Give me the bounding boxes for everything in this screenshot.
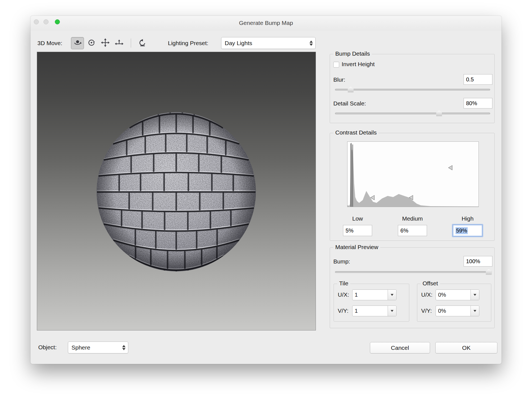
reset-view-icon bbox=[138, 38, 147, 48]
detail-scale-slider-track[interactable] bbox=[335, 113, 490, 114]
toolbar-divider bbox=[131, 38, 131, 48]
contrast-medium-input[interactable] bbox=[398, 225, 427, 236]
detail-scale-slider[interactable] bbox=[335, 110, 490, 117]
bump-details-group: Bump Details Invert Height Blur: Detail … bbox=[330, 54, 495, 123]
popup-stepper-icon bbox=[310, 40, 313, 46]
tile-vy-value: 1 bbox=[352, 308, 388, 314]
bump-details-title: Bump Details bbox=[333, 50, 372, 57]
offset-ux-label: U/X: bbox=[421, 291, 433, 298]
tile-ux-value: 1 bbox=[352, 292, 388, 298]
contrast-low-label: Low bbox=[343, 215, 372, 222]
tile-vy-dropdown-button[interactable] bbox=[388, 306, 396, 316]
rotate-camera-tool-button[interactable] bbox=[71, 37, 84, 49]
object-dropdown[interactable]: Sphere bbox=[68, 342, 128, 353]
chevron-down-icon bbox=[391, 294, 393, 296]
contrast-high-input[interactable]: 59% bbox=[453, 225, 482, 236]
contrast-details-group: Contrast Details Low Medium High 59% bbox=[330, 133, 495, 241]
3d-preview-canvas[interactable] bbox=[37, 52, 316, 330]
offset-vy-combo[interactable]: 0% bbox=[436, 306, 479, 316]
pan-camera-icon bbox=[101, 38, 110, 48]
contrast-high-marker[interactable] bbox=[448, 165, 453, 170]
3d-move-label: 3D Move: bbox=[37, 38, 62, 49]
detail-scale-label: Detail Scale: bbox=[333, 100, 366, 107]
contrast-medium-marker[interactable] bbox=[409, 195, 413, 200]
title-bar[interactable]: Generate Bump Map bbox=[30, 16, 502, 31]
material-preview-group: Material Preview Bump: Tile U/X: 1 V/Y: … bbox=[330, 247, 495, 328]
detail-scale-slider-thumb[interactable] bbox=[436, 110, 442, 116]
contrast-histogram[interactable] bbox=[347, 141, 479, 207]
roll-camera-tool-button[interactable] bbox=[85, 37, 98, 49]
offset-vy-value: 0% bbox=[436, 308, 470, 314]
object-label: Object: bbox=[38, 344, 57, 351]
offset-vy-label: V/Y: bbox=[421, 307, 432, 314]
lighting-preset-label: Lighting Preset: bbox=[168, 38, 208, 49]
offset-vy-dropdown-button[interactable] bbox=[470, 306, 479, 316]
tile-title: Tile bbox=[337, 280, 350, 287]
offset-ux-combo[interactable]: 0% bbox=[436, 289, 479, 300]
invert-height-label: Invert Height bbox=[342, 61, 375, 68]
lighting-preset-dropdown[interactable]: Day Lights bbox=[221, 37, 316, 49]
blur-slider-thumb[interactable] bbox=[348, 87, 354, 92]
popup-stepper-icon bbox=[122, 345, 126, 350]
chevron-down-icon bbox=[474, 294, 476, 296]
window-title: Generate Bump Map bbox=[30, 20, 502, 26]
screen: Generate Bump Map 3D Move: bbox=[0, 0, 532, 406]
contrast-medium-label: Medium bbox=[398, 215, 427, 222]
bump-preview-sphere bbox=[37, 52, 316, 330]
roll-camera-icon bbox=[87, 38, 96, 48]
tile-ux-label: U/X: bbox=[338, 291, 349, 298]
rotate-camera-icon bbox=[73, 38, 82, 48]
chevron-down-icon bbox=[474, 310, 476, 312]
bump-label: Bump: bbox=[333, 258, 350, 265]
ok-button[interactable]: OK bbox=[435, 342, 497, 353]
generate-bump-map-dialog: Generate Bump Map 3D Move: bbox=[30, 16, 502, 364]
pan-camera-tool-button[interactable] bbox=[99, 37, 112, 49]
contrast-high-selected-text: 59% bbox=[456, 227, 468, 234]
bump-slider-thumb[interactable] bbox=[486, 269, 492, 275]
object-value: Sphere bbox=[71, 344, 90, 351]
tile-vy-label: V/Y: bbox=[338, 307, 349, 314]
contrast-low-input[interactable] bbox=[343, 225, 372, 236]
offset-ux-dropdown-button[interactable] bbox=[470, 290, 479, 300]
tile-ux-combo[interactable]: 1 bbox=[352, 289, 397, 300]
lighting-preset-value: Day Lights bbox=[225, 40, 252, 46]
bump-value-input[interactable] bbox=[464, 256, 492, 267]
detail-scale-value-input[interactable] bbox=[464, 98, 492, 108]
contrast-high-label: High bbox=[453, 215, 482, 222]
bump-slider[interactable] bbox=[335, 269, 490, 275]
contrast-low-marker[interactable] bbox=[370, 195, 375, 200]
material-preview-title: Material Preview bbox=[333, 244, 380, 250]
offset-title: Offset bbox=[421, 280, 440, 287]
offset-ux-value: 0% bbox=[436, 292, 470, 298]
offset-group: Offset U/X: 0% V/Y: 0% bbox=[417, 284, 491, 322]
blur-slider[interactable] bbox=[335, 86, 490, 93]
slide-camera-icon bbox=[115, 38, 124, 48]
tile-vy-combo[interactable]: 1 bbox=[352, 306, 397, 316]
tile-group: Tile U/X: 1 V/Y: 1 bbox=[334, 284, 409, 322]
blur-label: Blur: bbox=[333, 76, 345, 83]
reset-view-button[interactable] bbox=[136, 37, 149, 49]
blur-value-input[interactable] bbox=[464, 74, 492, 85]
chevron-down-icon bbox=[391, 310, 393, 312]
tile-ux-dropdown-button[interactable] bbox=[388, 290, 396, 300]
invert-height-checkbox[interactable] bbox=[333, 62, 339, 68]
blur-slider-track[interactable] bbox=[335, 89, 490, 90]
contrast-details-title: Contrast Details bbox=[333, 129, 378, 136]
cancel-button[interactable]: Cancel bbox=[370, 342, 430, 353]
bump-slider-track[interactable] bbox=[335, 271, 490, 273]
slide-camera-tool-button[interactable] bbox=[112, 37, 126, 49]
